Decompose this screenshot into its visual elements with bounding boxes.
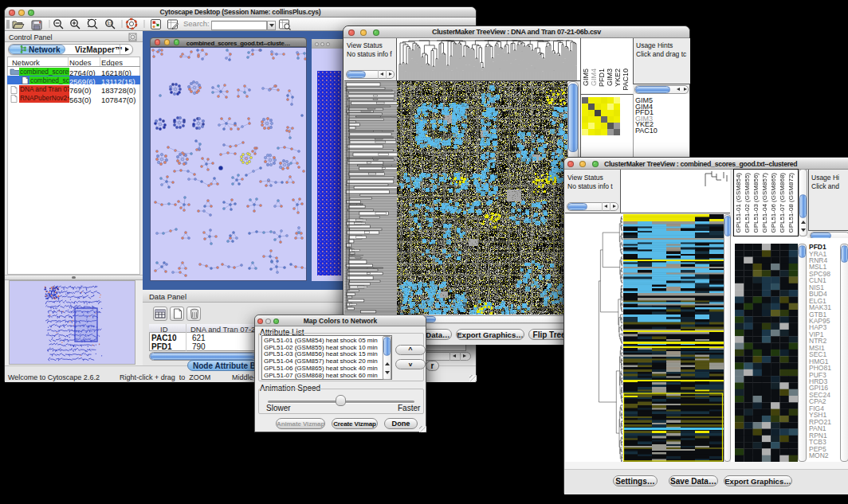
- svg-text:Search:: Search:: [183, 19, 210, 28]
- svg-text:1:1: 1:1: [108, 21, 113, 25]
